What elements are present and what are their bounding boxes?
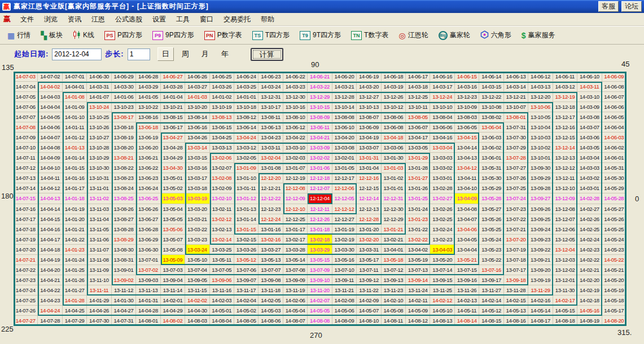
grid-cell[interactable]: 13-01-29 xyxy=(406,153,430,163)
grid-cell[interactable]: 14-07-11 xyxy=(14,153,38,163)
grid-cell[interactable]: 13-12-15 xyxy=(553,133,577,143)
grid-cell[interactable]: 13-05-26 xyxy=(479,214,503,224)
grid-cell[interactable]: 14-05-06 xyxy=(332,306,357,316)
grid-cell[interactable]: 12-12-16 xyxy=(357,173,381,183)
grid-cell[interactable]: 14-05-12 xyxy=(479,306,503,316)
grid-cell[interactable]: 13-12-24 xyxy=(430,92,454,102)
grid-cell[interactable]: 14-04-26 xyxy=(87,306,111,316)
grid-cell[interactable]: 13-05-29 xyxy=(479,183,503,193)
grid-cell[interactable]: 13-06-25 xyxy=(136,193,160,204)
grid-cell[interactable]: 13-10-06 xyxy=(528,102,553,112)
grid-cell[interactable]: 12-12-07 xyxy=(308,183,332,193)
grid-cell[interactable]: 13-02-03 xyxy=(283,153,308,163)
grid-cell[interactable]: 14-01-18 xyxy=(63,193,87,204)
grid-cell[interactable]: 13-02-27 xyxy=(430,193,454,204)
grid-cell[interactable]: 14-04-05 xyxy=(38,112,62,122)
grid-cell[interactable]: 13-06-09 xyxy=(357,122,381,133)
grid-cell[interactable]: 13-06-02 xyxy=(479,143,503,153)
grid-cell[interactable]: 14-07-02 xyxy=(38,72,62,82)
grid-cell[interactable]: 14-01-26 xyxy=(63,275,87,285)
grid-cell[interactable]: 14-08-01 xyxy=(136,316,160,326)
grid-cell[interactable]: 13-03-19 xyxy=(185,193,209,204)
grid-cell[interactable]: 13-03-15 xyxy=(185,153,209,163)
grid-cell[interactable]: 13-09-04 xyxy=(161,275,185,285)
grid-cell[interactable]: 13-02-18 xyxy=(308,235,332,245)
grid-cell[interactable]: 14-02-04 xyxy=(234,296,259,306)
grid-cell[interactable]: 13-01-13 xyxy=(234,204,259,214)
grid-cell[interactable]: 13-07-31 xyxy=(504,122,528,133)
grid-cell[interactable]: 14-04-02 xyxy=(38,82,62,92)
grid-cell[interactable]: 13-08-18 xyxy=(112,122,136,133)
grid-cell[interactable]: 13-04-06 xyxy=(455,224,479,235)
grid-cell[interactable]: 14-06-22 xyxy=(283,72,308,82)
grid-cell[interactable]: 14-06-14 xyxy=(479,72,503,82)
grid-cell[interactable]: 13-08-31 xyxy=(112,255,136,265)
grid-cell[interactable]: 14-01-19 xyxy=(63,204,87,214)
grid-cell[interactable]: 12-12-13 xyxy=(357,204,381,214)
grid-cell[interactable]: 13-02-25 xyxy=(430,214,454,224)
grid-cell[interactable]: 13-04-01 xyxy=(382,245,406,255)
grid-cell[interactable]: 13-09-23 xyxy=(528,235,553,245)
grid-cell[interactable]: 14-06-20 xyxy=(332,72,357,82)
grid-cell[interactable]: 13-04-17 xyxy=(406,133,430,143)
grid-cell[interactable]: 13-01-03 xyxy=(382,163,406,173)
forum-button[interactable]: 论坛 xyxy=(621,1,642,12)
start-date-input[interactable] xyxy=(52,48,102,60)
grid-cell[interactable]: 14-07-24 xyxy=(14,285,38,296)
grid-cell[interactable]: 13-11-18 xyxy=(259,285,283,296)
grid-cell[interactable]: 14-03-23 xyxy=(283,82,308,92)
grid-cell[interactable]: 14-05-13 xyxy=(504,306,528,316)
grid-cell[interactable]: 14-02-28 xyxy=(577,193,602,204)
grid-cell[interactable]: 14-08-19 xyxy=(577,316,602,326)
grid-cell[interactable]: 13-01-04 xyxy=(357,163,381,173)
grid-cell[interactable]: 13-10-01 xyxy=(528,153,553,163)
grid-cell[interactable]: 13-11-07 xyxy=(87,245,111,255)
grid-cell[interactable]: 13-03-16 xyxy=(185,163,209,173)
grid-cell[interactable]: 14-08-12 xyxy=(406,316,430,326)
grid-cell[interactable]: 14-03-05 xyxy=(577,143,602,153)
grid-cell[interactable]: 13-03-20 xyxy=(185,204,209,214)
grid-cell[interactable]: 13-04-29 xyxy=(161,153,185,163)
grid-cell[interactable]: 13-10-21 xyxy=(161,102,185,112)
period-button-year[interactable]: 年 xyxy=(217,47,233,61)
grid-cell[interactable]: 13-03-01 xyxy=(430,173,454,183)
grid-cell[interactable]: 13-05-17 xyxy=(357,255,381,265)
grid-cell[interactable]: 14-06-29 xyxy=(112,72,136,82)
grid-cell[interactable]: 14-08-18 xyxy=(553,316,577,326)
grid-cell[interactable]: 13-06-01 xyxy=(479,153,503,163)
grid-cell[interactable]: 14-07-04 xyxy=(14,82,38,92)
grid-cell[interactable]: 13-09-14 xyxy=(406,275,430,285)
menu-item-settings[interactable]: 设置 xyxy=(147,14,171,25)
grid-cell[interactable]: 14-04-29 xyxy=(161,306,185,316)
grid-cell[interactable]: 13-04-23 xyxy=(259,133,283,143)
grid-cell[interactable]: 13-04-04 xyxy=(455,245,479,255)
grid-cell[interactable]: 13-06-14 xyxy=(234,122,259,133)
grid-cell[interactable]: 13-11-13 xyxy=(136,285,160,296)
grid-cell[interactable]: 14-05-14 xyxy=(528,306,553,316)
grid-cell[interactable]: 14-07-15 xyxy=(14,193,38,204)
grid-cell[interactable]: 13-11-04 xyxy=(87,214,111,224)
grid-cell[interactable]: 13-05-21 xyxy=(455,255,479,265)
grid-cell[interactable]: 13-06-18 xyxy=(136,122,160,133)
grid-cell[interactable]: 12-12-11 xyxy=(308,204,332,214)
grid-cell[interactable]: 13-09-13 xyxy=(382,275,406,285)
grid-cell[interactable]: 13-12-31 xyxy=(259,92,283,102)
grid-cell[interactable]: 13-03-31 xyxy=(357,245,381,255)
grid-cell[interactable]: 12-12-22 xyxy=(259,193,283,204)
grid-cell[interactable]: 13-09-08 xyxy=(259,275,283,285)
grid-cell[interactable]: 13-05-01 xyxy=(161,173,185,183)
grid-cell[interactable]: 13-04-05 xyxy=(455,235,479,245)
grid-cell[interactable]: 14-02-12 xyxy=(430,296,454,306)
grid-cell[interactable]: 14-04-10 xyxy=(38,163,62,173)
grid-cell[interactable]: 14-08-16 xyxy=(504,316,528,326)
grid-cell[interactable]: 13-11-03 xyxy=(87,204,111,214)
grid-cell[interactable]: 14-05-05 xyxy=(308,306,332,316)
grid-cell[interactable]: 14-04-07 xyxy=(38,133,62,143)
grid-cell[interactable]: 13-07-05 xyxy=(210,265,234,275)
toolbar-item-market-quotes[interactable]: ▦行情 xyxy=(2,30,36,40)
grid-cell[interactable]: 14-01-20 xyxy=(63,214,87,224)
grid-cell[interactable]: 13-11-20 xyxy=(308,285,332,296)
grid-cell[interactable]: 13-07-11 xyxy=(357,265,381,275)
grid-cell[interactable]: 13-01-02 xyxy=(382,173,406,183)
period-button-week[interactable]: 周 xyxy=(177,47,194,61)
